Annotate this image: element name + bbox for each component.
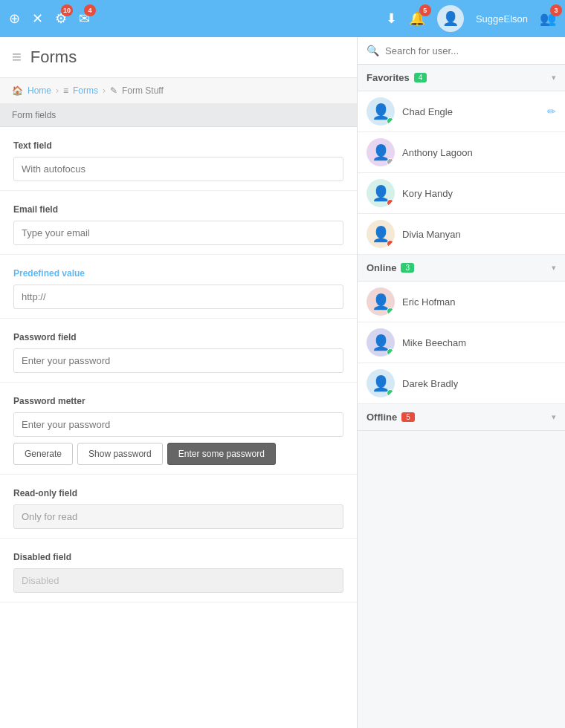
email-field-input[interactable] [13,221,343,245]
search-bar: 🔍 [358,37,565,65]
breadcrumb: 🏠 Home › ≡ Forms › ✎ Form Stuff [0,78,357,104]
bell-badge: 5 [419,4,431,16]
plus-circle-icon[interactable]: ⊕ [9,10,20,27]
password-field-input[interactable] [13,348,343,373]
user-name: Eric Hofman [402,296,556,308]
password-meter-input[interactable] [13,412,343,437]
readonly-field-label: Read-only field [13,488,343,498]
status-dot-gray [387,158,394,166]
online-chevron-icon: ▾ [552,263,556,273]
gear-icon[interactable]: ⚙ 10 [55,10,67,27]
predefined-field-section: Predefined value [0,255,357,319]
text-field-label: Text field [13,140,343,151]
email-field-section: Email field [0,191,357,255]
offline-group: Offline 5 ▾ [358,404,565,431]
avatar: 👤 [367,138,395,166]
breadcrumb-sep-2: › [103,85,106,96]
page-header: ≡ Forms [0,37,357,78]
search-input[interactable] [385,45,556,56]
breadcrumb-forms[interactable]: Forms [73,85,98,96]
list-item[interactable]: 👤 Kory Handy [358,173,565,214]
password-field-section: Password field [0,319,357,383]
page-title: Forms [30,48,77,67]
gear-badge: 10 [61,4,73,16]
left-panel: ≡ Forms 🏠 Home › ≡ Forms › ✎ Form Stuff … [0,37,357,728]
list-item[interactable]: 👤 Mike Beecham [358,322,565,363]
top-navigation: ⊕ ✕ ⚙ 10 ✉ 4 ⬇ 🔔 5 👤 SuggeElson 👥 3 [0,0,565,37]
avatar: 👤 [367,369,395,397]
offline-badge: 5 [401,412,415,422]
enter-some-password-button[interactable]: Enter some password [167,443,276,465]
disabled-field-label: Disabled field [13,552,343,562]
online-title: Online [367,262,396,273]
password-meter-label: Password metter [13,396,343,406]
breadcrumb-formstuff-icon: ✎ [110,85,117,96]
breadcrumb-home[interactable]: Home [28,85,51,96]
avatar[interactable]: 👤 [437,5,464,32]
status-dot-green [387,117,394,125]
favorites-title: Favorites [367,72,410,83]
list-item[interactable]: 👤 Eric Hofman [358,282,565,322]
list-item[interactable]: 👤 Anthony Lagoon [358,132,565,173]
password-meter-section: Password metter Generate Show password E… [0,383,357,475]
forms-icon: ≡ [12,48,22,67]
search-icon: 🔍 [367,45,379,56]
user-name: Anthony Lagoon [402,147,556,158]
favorites-badge: 4 [414,73,427,82]
online-header[interactable]: Online 3 ▾ [358,255,565,282]
show-password-button[interactable]: Show password [77,443,163,465]
breadcrumb-sep-1: › [56,85,59,96]
avatar: 👤 [367,328,395,357]
predefined-field-label: Predefined value [13,268,343,279]
avatar: 👤 [367,287,395,316]
list-item[interactable]: 👤 Chad Engle ✏ [358,91,565,132]
online-badge: 3 [401,263,414,273]
user-name: Mike Beecham [402,337,556,348]
right-panel: 🔍 Favorites 4 ▾ 👤 Chad Engle ✏ 👤 [357,37,565,728]
mail-icon[interactable]: ✉ 4 [79,10,90,27]
list-item[interactable]: 👤 Divia Manyan [358,214,565,255]
status-dot-green [387,308,394,315]
main-layout: ≡ Forms 🏠 Home › ≡ Forms › ✎ Form Stuff … [0,37,565,728]
username-label: SuggeElson [476,13,528,25]
offline-title: Offline [367,412,397,423]
password-meter-buttons: Generate Show password Enter some passwo… [13,443,343,465]
user-name: Darek Bradly [402,378,556,389]
edit-icon[interactable]: ✏ [547,105,556,117]
home-icon: 🏠 [12,85,23,96]
users-badge: 3 [550,4,562,16]
disabled-field-section: Disabled field [0,539,357,602]
favorites-header[interactable]: Favorites 4 ▾ [358,65,565,91]
status-dot-red [387,240,394,247]
users-icon[interactable]: 👥 3 [540,10,556,27]
status-dot-red [387,199,394,207]
offline-header[interactable]: Offline 5 ▾ [358,404,565,431]
predefined-field-input[interactable] [13,285,343,309]
disabled-field-input [13,568,343,593]
favorites-group: Favorites 4 ▾ 👤 Chad Engle ✏ 👤 Anthony L… [358,65,565,255]
section-header: Form fields [0,104,357,127]
breadcrumb-forms-icon: ≡ [63,85,68,96]
avatar: 👤 [367,220,395,248]
download-icon[interactable]: ⬇ [386,10,397,27]
readonly-field-input [13,504,343,529]
password-field-label: Password field [13,332,343,342]
text-field-input[interactable] [13,157,343,181]
favorites-chevron-icon: ▾ [552,73,556,82]
list-item[interactable]: 👤 Darek Bradly [358,363,565,404]
avatar: 👤 [367,97,395,126]
email-field-label: Email field [13,204,343,215]
status-dot-green [387,348,394,356]
user-name: Divia Manyan [402,229,556,240]
bell-icon[interactable]: 🔔 5 [409,10,425,27]
readonly-field-section: Read-only field [0,475,357,539]
user-name: Chad Engle [402,106,540,117]
status-dot-green [387,389,394,397]
text-field-section: Text field [0,127,357,191]
online-group: Online 3 ▾ 👤 Eric Hofman 👤 Mike Beecham [358,255,565,404]
user-name: Kory Handy [402,188,556,199]
mail-badge: 4 [84,4,96,16]
close-x-icon[interactable]: ✕ [32,10,43,27]
offline-chevron-icon: ▾ [552,412,556,422]
generate-button[interactable]: Generate [13,443,73,465]
